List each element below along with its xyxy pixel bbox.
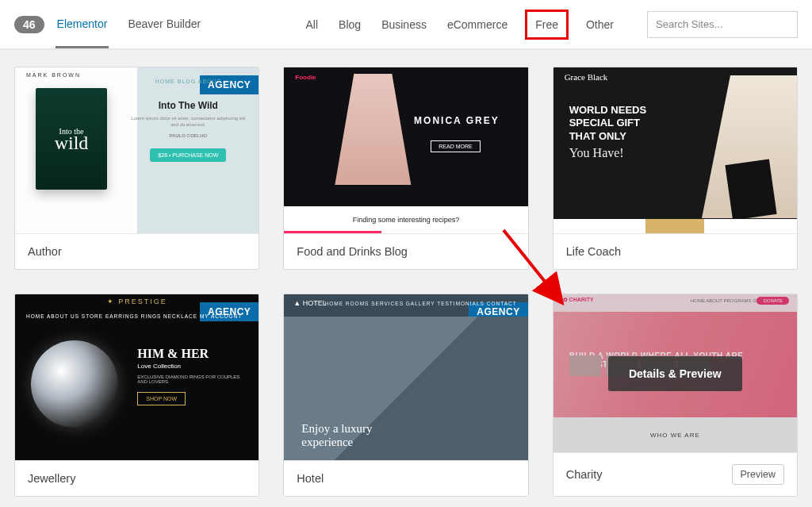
card-thumbnail: AGENCY Foodie MONICA GREY READ MORE Find… xyxy=(284,67,527,233)
card-charity[interactable]: ✿ CHARITY HOME ABOUT PROGRAMS GET INVOLV… xyxy=(553,294,798,497)
card-title-text: Food and Drinks Blog xyxy=(297,245,407,258)
filter-free[interactable]: Free xyxy=(525,10,569,40)
card-jewellery[interactable]: AGENCY ✦ PRESTIGE HOME ABOUT US STORE EA… xyxy=(14,294,259,497)
filter-all[interactable]: All xyxy=(303,13,322,36)
thumb-name: MONICA GREY xyxy=(414,115,500,126)
person-shape xyxy=(325,74,420,185)
book-cover: Into the wild xyxy=(36,88,107,190)
thumb-brand: MARK BROWN xyxy=(26,72,81,78)
thumb-logo: ✦ PRESTIGE xyxy=(107,298,167,305)
thumb-line1: WORLD NEEDS xyxy=(569,104,688,117)
card-footer: Charity Preview xyxy=(553,452,797,496)
card-title-text: Life Coach xyxy=(566,245,621,258)
filter-other[interactable]: Other xyxy=(583,13,617,36)
card-title-text: Hotel xyxy=(297,472,324,485)
card-title: Jewellery xyxy=(15,460,259,496)
card-author[interactable]: AGENCY MARK BROWN Into the wild HOME BLO… xyxy=(14,67,259,270)
category-filters: All Blog Business eCommerce Free Other S… xyxy=(303,10,798,40)
template-grid: AGENCY MARK BROWN Into the wild HOME BLO… xyxy=(0,49,812,507)
filter-ecommerce[interactable]: eCommerce xyxy=(444,13,511,36)
folder-shape xyxy=(725,159,776,220)
thumb-nav: HOME ABOUT US STORE EARRINGS RINGS NECKL… xyxy=(26,313,242,319)
card-title-text: Jewellery xyxy=(28,472,75,485)
book-wild: wild xyxy=(55,136,89,151)
builder-tab-elementor[interactable]: Elementor xyxy=(56,0,109,48)
thumb-tagline-text: Finding some interesting recipes? xyxy=(353,216,460,224)
card-food-blog[interactable]: AGENCY Foodie MONICA GREY READ MORE Find… xyxy=(283,67,528,270)
card-title: Life Coach xyxy=(553,233,797,269)
top-filter-bar: 46 Elementor Beaver Builder All Blog Bus… xyxy=(0,0,812,49)
thumb-logo: Foodie xyxy=(295,74,316,81)
thumb-title: Into The Wild xyxy=(128,100,247,111)
hover-overlay: Details & Preview xyxy=(553,294,797,452)
site-count-badge: 46 xyxy=(14,16,44,33)
card-thumbnail: AGENCY ✦ PRESTIGE HOME ABOUT US STORE EA… xyxy=(15,294,259,460)
card-thumbnail: AGENCY Grace Black WORLD NEEDS SPECIAL G… xyxy=(553,67,797,233)
thumb-para: Lorem ipsum dolor sit amet, consectetur … xyxy=(128,116,247,129)
builder-tabs: Elementor Beaver Builder xyxy=(56,0,203,48)
thumb-tagline: Finding some interesting recipes? xyxy=(284,206,527,233)
thumb-credit: PAULO COELHO xyxy=(128,133,247,140)
thumb-heading: HIM & HER xyxy=(137,347,244,361)
thumb-line3: THAT ONLY xyxy=(569,130,688,143)
thumb-small: EXCLUSIVE DIAMOND RINGS FOR COUPLES AND … xyxy=(137,374,244,384)
filter-blog[interactable]: Blog xyxy=(335,13,364,36)
thumb-line1: Enjoy a luxury xyxy=(301,422,372,436)
card-title: Food and Drinks Blog xyxy=(284,233,527,269)
card-title-text: Charity xyxy=(566,468,603,481)
preview-button[interactable]: Preview xyxy=(732,464,784,485)
card-title-text: Author xyxy=(28,245,62,258)
thumb-nav: HOME BLOG ABOUT xyxy=(128,79,247,84)
card-thumbnail: AGENCY ▲ HOTEL HOME ROOMS SERVICES GALLE… xyxy=(284,294,527,460)
ring-shape xyxy=(31,340,118,428)
search-input[interactable]: Search Sites... xyxy=(647,11,798,38)
thumb-cta: SHOP NOW xyxy=(137,392,186,405)
thumb-hero-button: READ MORE xyxy=(431,140,480,152)
thumb-line2: experience xyxy=(301,436,372,449)
thumb-cta: $28 • PURCHASE NOW xyxy=(150,148,226,162)
card-thumbnail: AGENCY MARK BROWN Into the wild HOME BLO… xyxy=(15,67,259,233)
thumb-brand: Grace Black xyxy=(565,72,608,82)
card-thumbnail: ✿ CHARITY HOME ABOUT PROGRAMS GET INVOLV… xyxy=(553,294,797,452)
card-hotel[interactable]: AGENCY ▲ HOTEL HOME ROOMS SERVICES GALLE… xyxy=(283,294,528,497)
builder-tab-beaver[interactable]: Beaver Builder xyxy=(126,0,202,48)
filter-business[interactable]: Business xyxy=(378,13,430,36)
details-preview-button[interactable]: Details & Preview xyxy=(608,356,742,391)
thumb-sub: Love Collection xyxy=(137,363,244,370)
card-title: Author xyxy=(15,233,259,269)
thumb-cursive: You Have! xyxy=(569,146,688,160)
card-title: Hotel xyxy=(284,460,527,496)
thumb-line2: SPECIAL GIFT xyxy=(569,117,688,129)
thumb-logo: ▲ HOTEL xyxy=(293,299,326,307)
thumb-nav: HOME ROOMS SERVICES GALLERY TESTIMONIALS… xyxy=(325,301,517,306)
card-life-coach[interactable]: AGENCY Grace Black WORLD NEEDS SPECIAL G… xyxy=(553,67,798,270)
